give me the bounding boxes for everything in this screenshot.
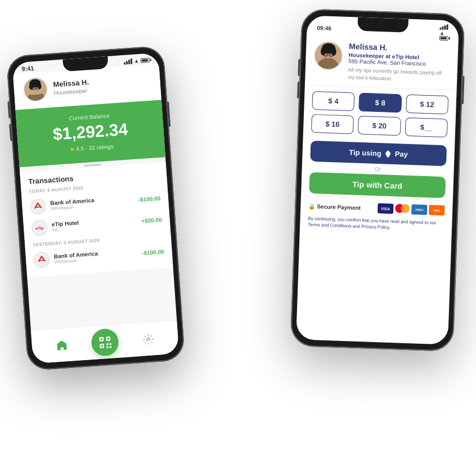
tx-amount: -$100.00 xyxy=(142,248,164,256)
tx-amount: -$100.00 xyxy=(138,195,160,203)
transaction-info: eTip Hotel Tip xyxy=(51,215,142,232)
wifi-icon: ▲ xyxy=(439,30,444,36)
right-profile-section: Melissa H. Housekeeper at eTip Hotel 595… xyxy=(305,37,459,91)
right-time: 09:46 xyxy=(317,25,331,32)
battery-icon xyxy=(141,58,150,63)
svg-rect-3 xyxy=(29,90,42,95)
left-time: 9:41 xyxy=(21,65,34,73)
svg-point-10 xyxy=(32,200,44,212)
svg-point-12 xyxy=(36,254,48,266)
signal-icon xyxy=(439,24,448,30)
svg-rect-20 xyxy=(106,343,108,345)
svg-line-13 xyxy=(39,261,44,261)
right-profile-info: Melissa H. Housekeeper at eTip Hotel 595… xyxy=(348,42,450,84)
secure-label: 🔒 Secure Payment xyxy=(308,203,361,210)
mastercard-icon xyxy=(395,204,410,213)
svg-point-24 xyxy=(147,338,150,340)
svg-rect-22 xyxy=(106,346,108,348)
pay-label: Pay xyxy=(395,150,408,159)
right-status-icons: ▲ xyxy=(439,24,449,41)
home-nav-button[interactable] xyxy=(55,338,69,353)
visa-icon: VISA xyxy=(378,203,394,214)
secure-text: Secure Payment xyxy=(317,203,361,211)
svg-rect-17 xyxy=(107,338,109,339)
svg-rect-23 xyxy=(110,346,111,348)
tx-amount: +$20.00 xyxy=(141,216,162,224)
amex-icon: AMEX xyxy=(411,204,428,215)
settings-nav-button[interactable] xyxy=(141,332,156,347)
terms-link-2[interactable]: Privacy Policy xyxy=(361,224,389,230)
wifi-icon: ▲ xyxy=(134,58,140,64)
right-profile-bio: All my tips currently go towards paying … xyxy=(348,66,450,84)
tip-8-button[interactable]: $ 8 xyxy=(359,93,402,113)
terms-and: and xyxy=(351,224,361,230)
tip-card-button[interactable]: Tip with Card xyxy=(309,172,446,198)
svg-rect-19 xyxy=(101,345,102,347)
lock-icon: 🔒 xyxy=(308,203,315,209)
apple-pay-button[interactable]: Tip using Pay xyxy=(310,141,447,166)
right-phone: 09:46 ▲ xyxy=(290,8,465,352)
left-profile-name: Melissa H. xyxy=(53,78,89,88)
phones-container: 9:41 ▲ xyxy=(0,0,476,476)
svg-rect-21 xyxy=(109,343,111,344)
terms-dot: . xyxy=(389,225,390,230)
tip-16-button[interactable]: $ 16 xyxy=(311,114,354,134)
transactions-section: Transactions TODAY, 6 AUGUST 2020 Bank o… xyxy=(20,162,173,277)
tip-custom-button[interactable]: $__ xyxy=(405,118,447,138)
terms-link-1[interactable]: Terms and Conditions xyxy=(308,222,352,229)
left-phone: 9:41 ▲ xyxy=(6,46,185,371)
discover-icon: DISC xyxy=(429,205,445,215)
transaction-info: Bank of America Withdrawal xyxy=(50,194,139,212)
boa-icon xyxy=(30,198,47,215)
left-phone-screen: 9:41 ▲ xyxy=(12,53,179,364)
signal-icon xyxy=(124,59,133,65)
star-icon: ★ xyxy=(69,146,75,152)
tip-12-button[interactable]: $ 12 xyxy=(406,95,448,115)
right-notch xyxy=(357,17,408,33)
tip-amount-grid: $ 4 $ 8 $ 12 $ 16 $ 20 $__ xyxy=(303,86,457,143)
svg-point-25 xyxy=(316,57,340,70)
tip-4-button[interactable]: $ 4 xyxy=(312,91,354,111)
etip-icon: eTip xyxy=(31,219,48,236)
boa-icon-2 xyxy=(33,252,50,268)
rating-value: 4.5 - 32 ratings xyxy=(76,143,114,152)
left-profile-info: Melissa H. Housekeeper xyxy=(53,78,89,96)
card-icons: VISA AMEX DISC xyxy=(378,203,445,215)
svg-line-11 xyxy=(36,207,41,208)
right-phone-screen: 09:46 ▲ xyxy=(296,15,459,344)
left-profile-role: Housekeeper xyxy=(53,87,89,96)
tip-20-button[interactable]: $ 20 xyxy=(358,116,401,136)
qr-nav-button[interactable] xyxy=(91,327,119,356)
bottom-nav xyxy=(31,320,179,363)
balance-area: Current Balance $1,292.34 ★ 4.5 - 32 rat… xyxy=(15,100,165,167)
right-avatar xyxy=(313,41,344,71)
left-status-icons: ▲ xyxy=(124,57,150,65)
apple-pay-label: Tip using xyxy=(349,148,381,158)
battery-icon xyxy=(439,36,448,41)
left-avatar xyxy=(23,76,49,102)
svg-rect-15 xyxy=(101,338,102,340)
transaction-info: Bank of America Withdrawal xyxy=(53,247,142,264)
